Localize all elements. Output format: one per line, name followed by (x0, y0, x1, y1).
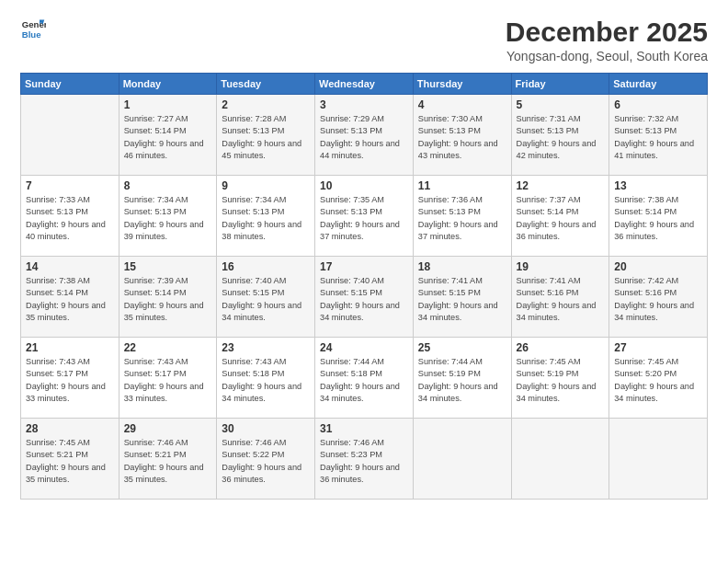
title-block: December 2025 Yongsan-dong, Seoul, South… (506, 17, 708, 63)
cell-content: 20Sunrise: 7:42 AM Sunset: 5:16 PM Dayli… (614, 260, 702, 324)
table-cell: 29Sunrise: 7:46 AM Sunset: 5:21 PM Dayli… (119, 419, 217, 500)
col-monday: Monday (119, 74, 217, 95)
cell-content: 11Sunrise: 7:36 AM Sunset: 5:13 PM Dayli… (418, 179, 506, 243)
week-row-4: 21Sunrise: 7:43 AM Sunset: 5:17 PM Dayli… (21, 338, 708, 419)
day-number: 23 (222, 341, 310, 354)
table-cell (413, 419, 511, 500)
day-detail: Sunrise: 7:28 AM Sunset: 5:13 PM Dayligh… (222, 113, 310, 162)
table-cell (21, 95, 119, 176)
day-detail: Sunrise: 7:32 AM Sunset: 5:13 PM Dayligh… (614, 113, 702, 162)
table-cell: 1Sunrise: 7:27 AM Sunset: 5:14 PM Daylig… (119, 95, 217, 176)
cell-content: 21Sunrise: 7:43 AM Sunset: 5:17 PM Dayli… (26, 341, 114, 405)
day-detail: Sunrise: 7:44 AM Sunset: 5:19 PM Dayligh… (418, 356, 506, 405)
day-detail: Sunrise: 7:40 AM Sunset: 5:15 PM Dayligh… (222, 275, 310, 324)
cell-content: 4Sunrise: 7:30 AM Sunset: 5:13 PM Daylig… (418, 98, 506, 162)
cell-content: 7Sunrise: 7:33 AM Sunset: 5:13 PM Daylig… (26, 179, 114, 243)
subtitle: Yongsan-dong, Seoul, South Korea (506, 49, 708, 63)
table-cell: 8Sunrise: 7:34 AM Sunset: 5:13 PM Daylig… (119, 176, 217, 257)
cell-content: 26Sunrise: 7:45 AM Sunset: 5:19 PM Dayli… (517, 341, 605, 405)
day-detail: Sunrise: 7:43 AM Sunset: 5:18 PM Dayligh… (222, 356, 310, 405)
table-cell: 5Sunrise: 7:31 AM Sunset: 5:13 PM Daylig… (511, 95, 609, 176)
day-number: 25 (418, 341, 506, 354)
main-title: December 2025 (506, 17, 708, 47)
table-cell: 6Sunrise: 7:32 AM Sunset: 5:13 PM Daylig… (609, 95, 708, 176)
table-cell (609, 419, 708, 500)
table-cell (511, 419, 609, 500)
day-detail: Sunrise: 7:27 AM Sunset: 5:14 PM Dayligh… (124, 113, 212, 162)
table-cell: 4Sunrise: 7:30 AM Sunset: 5:13 PM Daylig… (413, 95, 511, 176)
cell-content: 9Sunrise: 7:34 AM Sunset: 5:13 PM Daylig… (222, 179, 310, 243)
day-number: 5 (517, 98, 605, 111)
day-detail: Sunrise: 7:34 AM Sunset: 5:13 PM Dayligh… (222, 194, 310, 243)
cell-content: 24Sunrise: 7:44 AM Sunset: 5:18 PM Dayli… (320, 341, 408, 405)
day-number: 15 (124, 260, 212, 273)
day-number: 17 (320, 260, 408, 273)
header: General Blue December 2025 Yongsan-dong,… (20, 17, 708, 63)
table-cell: 25Sunrise: 7:44 AM Sunset: 5:19 PM Dayli… (413, 338, 511, 419)
calendar-header-row: Sunday Monday Tuesday Wednesday Thursday… (21, 74, 708, 95)
cell-content: 18Sunrise: 7:41 AM Sunset: 5:15 PM Dayli… (418, 260, 506, 324)
day-number: 10 (320, 179, 408, 192)
day-detail: Sunrise: 7:38 AM Sunset: 5:14 PM Dayligh… (26, 275, 114, 324)
cell-content: 10Sunrise: 7:35 AM Sunset: 5:13 PM Dayli… (320, 179, 408, 243)
col-wednesday: Wednesday (315, 74, 414, 95)
day-detail: Sunrise: 7:38 AM Sunset: 5:14 PM Dayligh… (614, 194, 702, 243)
cell-content: 2Sunrise: 7:28 AM Sunset: 5:13 PM Daylig… (222, 98, 310, 162)
day-detail: Sunrise: 7:37 AM Sunset: 5:14 PM Dayligh… (517, 194, 605, 243)
cell-content: 23Sunrise: 7:43 AM Sunset: 5:18 PM Dayli… (222, 341, 310, 405)
page: General Blue December 2025 Yongsan-dong,… (0, 0, 728, 563)
calendar: Sunday Monday Tuesday Wednesday Thursday… (20, 73, 708, 500)
cell-content: 30Sunrise: 7:46 AM Sunset: 5:22 PM Dayli… (222, 422, 310, 486)
day-detail: Sunrise: 7:39 AM Sunset: 5:14 PM Dayligh… (124, 275, 212, 324)
table-cell: 27Sunrise: 7:45 AM Sunset: 5:20 PM Dayli… (609, 338, 708, 419)
table-cell: 22Sunrise: 7:43 AM Sunset: 5:17 PM Dayli… (119, 338, 217, 419)
day-number: 26 (517, 341, 605, 354)
cell-content: 22Sunrise: 7:43 AM Sunset: 5:17 PM Dayli… (124, 341, 212, 405)
day-number: 9 (222, 179, 310, 192)
day-detail: Sunrise: 7:43 AM Sunset: 5:17 PM Dayligh… (26, 356, 114, 405)
table-cell: 15Sunrise: 7:39 AM Sunset: 5:14 PM Dayli… (119, 257, 217, 338)
day-detail: Sunrise: 7:31 AM Sunset: 5:13 PM Dayligh… (517, 113, 605, 162)
col-sunday: Sunday (21, 74, 119, 95)
day-number: 24 (320, 341, 408, 354)
logo: General Blue (20, 17, 46, 42)
day-detail: Sunrise: 7:40 AM Sunset: 5:15 PM Dayligh… (320, 275, 408, 324)
svg-text:Blue: Blue (22, 29, 41, 40)
cell-content: 25Sunrise: 7:44 AM Sunset: 5:19 PM Dayli… (418, 341, 506, 405)
day-number: 14 (26, 260, 114, 273)
day-detail: Sunrise: 7:29 AM Sunset: 5:13 PM Dayligh… (320, 113, 408, 162)
table-cell: 9Sunrise: 7:34 AM Sunset: 5:13 PM Daylig… (217, 176, 315, 257)
table-cell: 14Sunrise: 7:38 AM Sunset: 5:14 PM Dayli… (21, 257, 119, 338)
table-cell: 19Sunrise: 7:41 AM Sunset: 5:16 PM Dayli… (511, 257, 609, 338)
day-detail: Sunrise: 7:34 AM Sunset: 5:13 PM Dayligh… (124, 194, 212, 243)
table-cell: 16Sunrise: 7:40 AM Sunset: 5:15 PM Dayli… (217, 257, 315, 338)
day-number: 4 (418, 98, 506, 111)
logo-icon: General Blue (20, 17, 46, 42)
col-saturday: Saturday (609, 74, 708, 95)
col-friday: Friday (511, 74, 609, 95)
day-number: 3 (320, 98, 408, 111)
day-number: 12 (517, 179, 605, 192)
day-detail: Sunrise: 7:42 AM Sunset: 5:16 PM Dayligh… (614, 275, 702, 324)
cell-content: 19Sunrise: 7:41 AM Sunset: 5:16 PM Dayli… (517, 260, 605, 324)
week-row-1: 1Sunrise: 7:27 AM Sunset: 5:14 PM Daylig… (21, 95, 708, 176)
table-cell: 26Sunrise: 7:45 AM Sunset: 5:19 PM Dayli… (511, 338, 609, 419)
day-detail: Sunrise: 7:35 AM Sunset: 5:13 PM Dayligh… (320, 194, 408, 243)
table-cell: 24Sunrise: 7:44 AM Sunset: 5:18 PM Dayli… (315, 338, 414, 419)
cell-content: 17Sunrise: 7:40 AM Sunset: 5:15 PM Dayli… (320, 260, 408, 324)
cell-content: 12Sunrise: 7:37 AM Sunset: 5:14 PM Dayli… (517, 179, 605, 243)
table-cell: 11Sunrise: 7:36 AM Sunset: 5:13 PM Dayli… (413, 176, 511, 257)
cell-content: 27Sunrise: 7:45 AM Sunset: 5:20 PM Dayli… (614, 341, 702, 405)
table-cell: 17Sunrise: 7:40 AM Sunset: 5:15 PM Dayli… (315, 257, 414, 338)
table-cell: 30Sunrise: 7:46 AM Sunset: 5:22 PM Dayli… (217, 419, 315, 500)
day-number: 31 (320, 422, 408, 435)
week-row-2: 7Sunrise: 7:33 AM Sunset: 5:13 PM Daylig… (21, 176, 708, 257)
day-detail: Sunrise: 7:30 AM Sunset: 5:13 PM Dayligh… (418, 113, 506, 162)
day-detail: Sunrise: 7:46 AM Sunset: 5:23 PM Dayligh… (320, 437, 408, 486)
day-detail: Sunrise: 7:41 AM Sunset: 5:15 PM Dayligh… (418, 275, 506, 324)
cell-content: 29Sunrise: 7:46 AM Sunset: 5:21 PM Dayli… (124, 422, 212, 486)
day-number: 8 (124, 179, 212, 192)
day-number: 28 (26, 422, 114, 435)
day-number: 6 (614, 98, 702, 111)
cell-content: 3Sunrise: 7:29 AM Sunset: 5:13 PM Daylig… (320, 98, 408, 162)
